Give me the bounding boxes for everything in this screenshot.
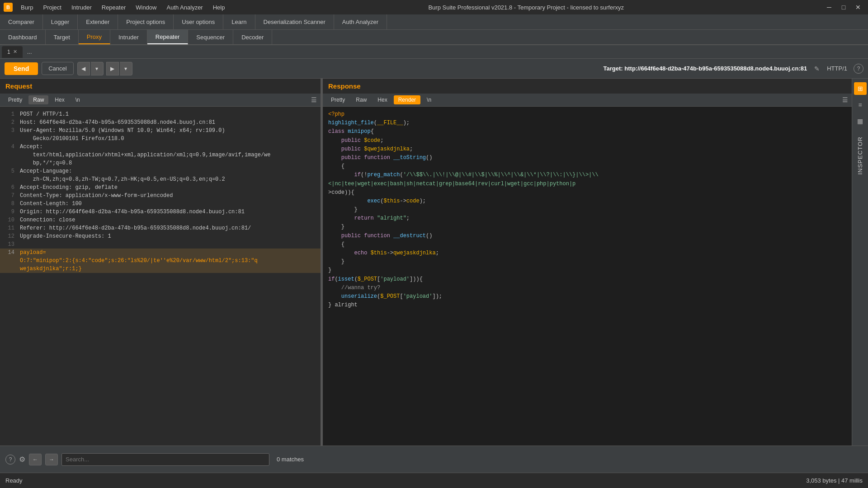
menu-repeater[interactable]: Repeater: [97, 3, 130, 12]
matches-label: 0 matches: [277, 456, 304, 463]
inspector-view-icons: ⊞ ≡ ▦: [852, 79, 868, 131]
request-line-4: 4 Accept: text/html,application/xhtml+xm…: [0, 143, 321, 167]
forward-dropdown-button[interactable]: ▾: [120, 62, 132, 75]
nav-repeater[interactable]: Repeater: [147, 30, 188, 44]
menu-help[interactable]: Help: [208, 3, 230, 12]
nav-dashboard[interactable]: Dashboard: [0, 30, 46, 44]
request-line-2: 2 Host: 664f6e48-d2ba-474b-b95a-65935350…: [0, 118, 321, 127]
inspector-list-icon[interactable]: ≡: [854, 99, 867, 111]
inspector-compact-icon[interactable]: ▦: [854, 115, 867, 127]
inspector-grid-icon[interactable]: ⊞: [854, 82, 867, 95]
response-code-area[interactable]: <?php highlight_file(__FILE__); class mi…: [323, 107, 852, 446]
title-left: B Burp Project Intruder Repeater Window …: [4, 3, 229, 12]
request-line-10: 10 Connection: close: [0, 216, 321, 224]
tab-close-icon[interactable]: ✕: [13, 49, 17, 55]
request-line-13: 13: [0, 240, 321, 249]
request-panel: Request Pretty Raw Hex \n ☰ 1 POST / HTT…: [0, 79, 321, 446]
bottom-help-button[interactable]: ?: [5, 455, 15, 465]
request-line-14: 14 payload= O:7:"minipop":2:{s:4:"code";…: [0, 249, 321, 273]
cancel-button[interactable]: Cancel: [42, 62, 73, 75]
inspector-label[interactable]: INSPECTOR: [857, 131, 863, 180]
request-line-7: 7 Content-Type: application/x-www-form-u…: [0, 192, 321, 200]
response-panel: Response Pretty Raw Hex Render \n ☰ <?ph…: [323, 79, 852, 446]
response-info: 3,053 bytes | 47 millis: [806, 477, 863, 484]
minimize-button[interactable]: ─: [823, 2, 835, 13]
response-tab-render[interactable]: Render: [394, 95, 420, 104]
repeater-tab-1[interactable]: 1 ✕: [2, 46, 23, 58]
nav-intruder[interactable]: Intruder: [110, 30, 147, 44]
menu-auth[interactable]: Auth Analyzer: [162, 3, 207, 12]
tab-more[interactable]: ...: [24, 48, 36, 55]
response-tab-pretty[interactable]: Pretty: [326, 95, 349, 104]
nav-proxy[interactable]: Proxy: [79, 30, 110, 44]
request-tab-hex[interactable]: Hex: [50, 95, 69, 104]
bottom-forward-button[interactable]: →: [45, 454, 58, 465]
request-line-12: 12 Upgrade-Insecure-Requests: 1: [0, 232, 321, 240]
bottom-bar: ? ⚙ ← → 0 matches: [0, 446, 868, 473]
request-tab-pretty[interactable]: Pretty: [4, 95, 27, 104]
request-line-8: 8 Content-Length: 100: [0, 200, 321, 208]
nav-user-options[interactable]: User options: [174, 14, 223, 29]
edit-target-icon[interactable]: ✎: [814, 65, 820, 72]
window-controls: ─ □ ✕: [823, 2, 864, 13]
nav-comparer[interactable]: Comparer: [0, 14, 43, 29]
response-tab-hex[interactable]: Hex: [373, 95, 392, 104]
response-header: Response: [323, 79, 852, 94]
menu-intruder[interactable]: Intruder: [67, 3, 96, 12]
window-title: Burp Suite Professional v2021.8 - Tempor…: [428, 4, 624, 11]
maximize-button[interactable]: □: [837, 2, 850, 13]
response-tabs: Pretty Raw Hex Render \n ☰: [323, 94, 852, 107]
request-tab-newline[interactable]: \n: [71, 95, 85, 104]
request-tabs: Pretty Raw Hex \n ☰: [0, 94, 321, 107]
nav-extender[interactable]: Extender: [78, 14, 118, 29]
request-code-area[interactable]: 1 POST / HTTP/1.1 2 Host: 664f6e48-d2ba-…: [0, 107, 321, 446]
nav-logger[interactable]: Logger: [43, 14, 78, 29]
menu-project[interactable]: Project: [38, 3, 66, 12]
response-tab-raw[interactable]: Raw: [351, 95, 371, 104]
nav-row-2: Dashboard Target Proxy Intruder Repeater…: [0, 30, 868, 45]
request-line-3: 3 User-Agent: Mozilla/5.0 (Windows NT 10…: [0, 127, 321, 143]
nav-row-1: Comparer Logger Extender Project options…: [0, 14, 868, 30]
close-button[interactable]: ✕: [852, 2, 864, 13]
response-tab-newline[interactable]: \n: [422, 95, 436, 104]
nav-decoder[interactable]: Decoder: [233, 30, 272, 44]
nav-target[interactable]: Target: [46, 30, 79, 44]
ready-status: Ready: [5, 477, 23, 484]
burp-icon: B: [4, 3, 13, 12]
nav-deserialization[interactable]: Deserialization Scanner: [255, 14, 334, 29]
toolbar: Send Cancel ◀ ▾ ▶ ▾ Target: http://664f6…: [0, 59, 868, 79]
main-content: Request Pretty Raw Hex \n ☰ 1 POST / HTT…: [0, 79, 868, 446]
nav-sequencer[interactable]: Sequencer: [188, 30, 233, 44]
http-version-label: HTTP/1: [827, 65, 847, 72]
status-bar: Ready 3,053 bytes | 47 millis: [0, 473, 868, 488]
inspector-panel: ⊞ ≡ ▦ INSPECTOR: [852, 79, 868, 446]
nav-learn[interactable]: Learn: [223, 14, 255, 29]
repeater-tab-bar: 1 ✕ ...: [0, 45, 868, 59]
target-url-label: Target: http://664f6e48-d2ba-474b-b95a-6…: [604, 65, 807, 72]
request-line-6: 6 Accept-Encoding: gzip, deflate: [0, 183, 321, 192]
send-button[interactable]: Send: [5, 62, 38, 75]
nav-project-options[interactable]: Project options: [118, 14, 174, 29]
nav-arrows: ◀ ▾ ▶ ▾: [77, 62, 132, 75]
request-line-11: 11 Referer: http://664f6e48-d2ba-474b-b9…: [0, 224, 321, 232]
request-header: Request: [0, 79, 321, 94]
bottom-back-button[interactable]: ←: [29, 454, 42, 465]
titlebar: B Burp Project Intruder Repeater Window …: [0, 0, 868, 14]
back-dropdown-button[interactable]: ▾: [91, 62, 104, 75]
bottom-settings-icon[interactable]: ⚙: [19, 455, 25, 464]
response-options-icon[interactable]: ☰: [842, 96, 848, 103]
help-button[interactable]: ?: [854, 64, 863, 74]
request-tab-raw[interactable]: Raw: [28, 95, 48, 104]
request-line-1: 1 POST / HTTP/1.1: [0, 110, 321, 118]
menu-window[interactable]: Window: [131, 3, 161, 12]
forward-arrow-button[interactable]: ▶: [106, 62, 119, 75]
back-arrow-button[interactable]: ◀: [77, 62, 90, 75]
search-input[interactable]: [61, 453, 269, 466]
request-line-5: 5 Accept-Language: zh-CN,zh;q=0.8,zh-TW;…: [0, 167, 321, 183]
nav-auth-analyzer[interactable]: Auth Analyzer: [334, 14, 387, 29]
menu-burp[interactable]: Burp: [16, 3, 38, 12]
request-line-9: 9 Origin: http://664f6e48-d2ba-474b-b95a…: [0, 208, 321, 216]
request-options-icon[interactable]: ☰: [311, 96, 317, 103]
menu-bar: Burp Project Intruder Repeater Window Au…: [16, 3, 229, 12]
